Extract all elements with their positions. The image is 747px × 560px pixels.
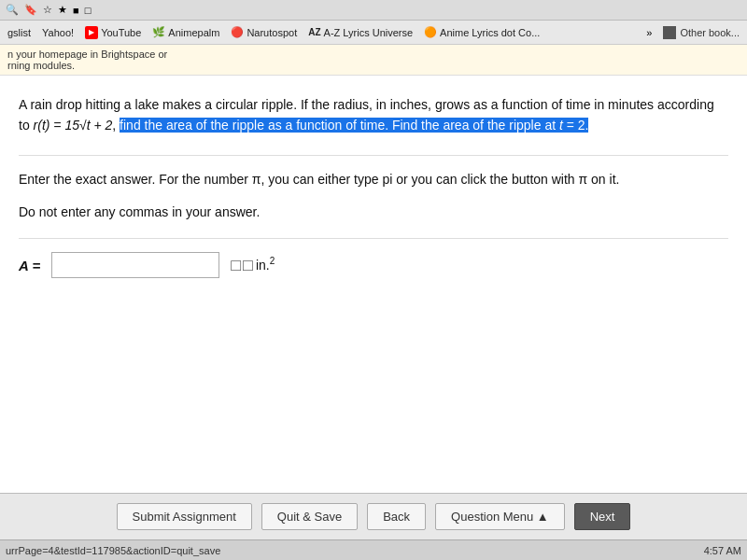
answer-input[interactable] <box>51 252 219 278</box>
main-content: A rain drop hitting a lake makes a circu… <box>0 76 747 496</box>
formula-icon-1: □ <box>231 256 241 275</box>
answer-label: A = <box>19 258 40 273</box>
yahoo-label: Yahoo! <box>42 27 74 38</box>
star-icon: ☆ <box>43 4 52 16</box>
more-bookmarks[interactable]: » <box>646 27 652 38</box>
units-exponent: 2 <box>270 256 275 266</box>
browser-chrome: 🔍 🔖 ☆ ★ ■ □ <box>0 0 747 21</box>
other-bookmarks-icon <box>663 26 676 39</box>
url-text: urrPage=4&testId=117985&actionID=quit_sa… <box>6 545 220 556</box>
azlyrics-label: A-Z Lyrics Universe <box>324 27 414 38</box>
notification-line1: n your homepage in Brightspace or <box>7 49 740 60</box>
url-bar: urrPage=4&testId=117985&actionID=quit_sa… <box>0 539 747 560</box>
window-icon: □ <box>85 5 92 16</box>
quit-save-button[interactable]: Quit & Save <box>261 503 358 530</box>
youtube-icon: ▶ <box>85 26 98 39</box>
notification-line2: rning modules. <box>7 60 740 71</box>
no-commas-text: Do not enter any commas in your answer. <box>19 204 260 219</box>
other-bookmarks-label: Other book... <box>680 27 740 38</box>
pi-instructions: Enter the exact answer. For the number π… <box>19 169 728 189</box>
search-icon: 🔍 <box>6 4 19 16</box>
question-menu-button[interactable]: Question Menu ▲ <box>435 503 565 530</box>
next-button[interactable]: Next <box>574 503 631 530</box>
bookmark-yahoo[interactable]: Yahoo! <box>42 27 74 38</box>
other-bookmarks: » Other book... <box>646 26 740 39</box>
bookmark-animelyrics[interactable]: 🟠 Anime Lyrics dot Co... <box>424 26 540 38</box>
notification-bar: n your homepage in Brightspace or rning … <box>0 45 747 76</box>
separator2 <box>19 238 728 239</box>
answer-row: A = □ □ in.2 <box>19 252 728 278</box>
animelyrics-label: Anime Lyrics dot Co... <box>440 27 540 38</box>
animelyrics-icon: 🟠 <box>424 26 437 38</box>
browser-icons: 🔍 🔖 ☆ ★ ■ □ <box>6 4 91 16</box>
time-display: 4:57 AM <box>704 545 741 556</box>
animepalm-icon: 🌿 <box>152 26 165 38</box>
narutospot-label: Narutospot <box>247 27 297 38</box>
pi-instruction-text: Enter the exact answer. For the number π… <box>19 172 619 187</box>
back-button[interactable]: Back <box>367 503 426 530</box>
no-commas-instruction: Do not enter any commas in your answer. <box>19 204 728 219</box>
units-icons: □ □ <box>231 256 253 275</box>
formula: r(t) = 15√t + 2 <box>34 118 113 133</box>
question-menu-label: Question Menu ▲ <box>451 510 549 524</box>
bookmark-azlyrics[interactable]: AZ A-Z Lyrics Universe <box>308 27 413 38</box>
units-group: □ □ in.2 <box>231 256 275 275</box>
submit-assignment-button[interactable]: Submit Assignment <box>117 503 252 530</box>
formula-icon-2: □ <box>243 256 253 275</box>
extension-icon: ★ <box>58 4 67 16</box>
bookmark-animepalm[interactable]: 🌿 Animepalm <box>152 26 219 38</box>
narutospot-icon: 🔴 <box>231 26 244 38</box>
question-text: A rain drop hitting a lake makes a circu… <box>19 94 728 136</box>
animepalm-label: Animepalm <box>168 27 219 38</box>
youtube-label: YouTube <box>101 27 141 38</box>
bookmark-youtube[interactable]: ▶ YouTube <box>85 26 141 39</box>
units-text: in.2 <box>256 256 275 273</box>
menu-icon: ■ <box>73 5 79 16</box>
bottom-bar: Submit Assignment Quit & Save Back Quest… <box>0 493 747 539</box>
bookmark-gslist[interactable]: gslist <box>7 27 31 38</box>
bookmark-icon: 🔖 <box>24 4 37 16</box>
question-highlighted: find the area of the ripple as a functio… <box>120 118 588 133</box>
bookmarks-bar: gslist Yahoo! ▶ YouTube 🌿 Animepalm 🔴 Na… <box>0 21 747 45</box>
gslist-label: gslist <box>7 27 31 38</box>
azlyrics-icon: AZ <box>308 27 320 37</box>
separator1 <box>19 155 728 156</box>
bookmark-narutospot[interactable]: 🔴 Narutospot <box>231 26 297 38</box>
